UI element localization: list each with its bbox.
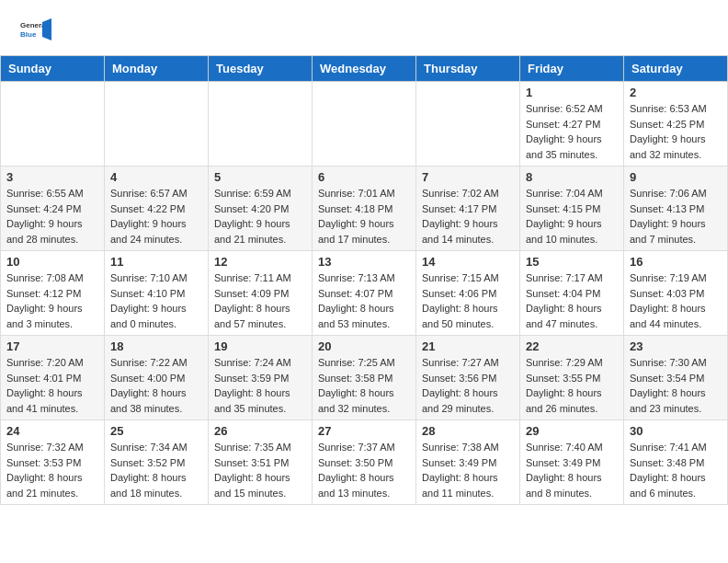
day-cell [209,82,313,167]
day-number: 12 [214,255,306,269]
day-info: Sunrise: 6:59 AM Sunset: 4:20 PM Dayligh… [214,186,306,247]
day-info: Sunrise: 7:29 AM Sunset: 3:55 PM Dayligh… [526,355,618,416]
week-row-5: 24Sunrise: 7:32 AM Sunset: 3:53 PM Dayli… [1,420,728,505]
day-number: 21 [422,339,514,353]
day-info: Sunrise: 7:06 AM Sunset: 4:13 PM Dayligh… [630,186,722,247]
day-number: 11 [110,255,202,269]
day-cell [105,82,209,167]
day-cell: 12Sunrise: 7:11 AM Sunset: 4:09 PM Dayli… [209,251,313,336]
day-info: Sunrise: 6:55 AM Sunset: 4:24 PM Dayligh… [6,186,98,247]
col-header-thursday: Thursday [416,56,520,82]
day-number: 3 [6,170,98,184]
day-number: 14 [422,255,514,269]
day-number: 13 [318,255,410,269]
day-cell: 2Sunrise: 6:53 AM Sunset: 4:25 PM Daylig… [624,82,728,167]
day-number: 19 [214,339,306,353]
day-cell: 8Sunrise: 7:04 AM Sunset: 4:15 PM Daylig… [520,167,624,251]
day-info: Sunrise: 7:08 AM Sunset: 4:12 PM Dayligh… [6,270,98,331]
col-header-saturday: Saturday [624,56,728,82]
day-cell: 21Sunrise: 7:27 AM Sunset: 3:56 PM Dayli… [416,336,520,420]
day-cell [313,82,416,167]
day-info: Sunrise: 7:02 AM Sunset: 4:17 PM Dayligh… [422,186,514,247]
day-cell: 16Sunrise: 7:19 AM Sunset: 4:03 PM Dayli… [624,251,728,336]
day-number: 29 [526,424,618,438]
day-number: 22 [526,339,618,353]
day-cell: 30Sunrise: 7:41 AM Sunset: 3:48 PM Dayli… [624,420,728,505]
day-cell: 24Sunrise: 7:32 AM Sunset: 3:53 PM Dayli… [1,420,105,505]
day-cell: 17Sunrise: 7:20 AM Sunset: 4:01 PM Dayli… [1,336,105,420]
col-header-monday: Monday [105,56,209,82]
day-cell: 11Sunrise: 7:10 AM Sunset: 4:10 PM Dayli… [105,251,209,336]
day-info: Sunrise: 6:57 AM Sunset: 4:22 PM Dayligh… [110,186,202,247]
day-number: 4 [110,170,202,184]
day-number: 7 [422,170,514,184]
day-info: Sunrise: 7:10 AM Sunset: 4:10 PM Dayligh… [110,270,202,331]
logo-svg: General Blue [18,15,51,48]
day-number: 15 [526,255,618,269]
day-number: 2 [630,86,722,99]
day-info: Sunrise: 7:38 AM Sunset: 3:49 PM Dayligh… [422,440,514,500]
day-number: 1 [526,86,618,99]
day-cell [1,82,105,167]
day-info: Sunrise: 7:19 AM Sunset: 4:03 PM Dayligh… [630,270,722,331]
day-number: 23 [630,339,722,353]
day-cell: 3Sunrise: 6:55 AM Sunset: 4:24 PM Daylig… [1,167,105,251]
day-number: 18 [110,339,202,353]
day-cell: 28Sunrise: 7:38 AM Sunset: 3:49 PM Dayli… [416,420,520,505]
day-cell: 14Sunrise: 7:15 AM Sunset: 4:06 PM Dayli… [416,251,520,336]
day-info: Sunrise: 7:25 AM Sunset: 3:58 PM Dayligh… [318,355,410,416]
day-cell: 19Sunrise: 7:24 AM Sunset: 3:59 PM Dayli… [209,336,313,420]
day-info: Sunrise: 6:53 AM Sunset: 4:25 PM Dayligh… [630,101,722,162]
page-header: General Blue [0,0,728,55]
day-cell: 18Sunrise: 7:22 AM Sunset: 4:00 PM Dayli… [105,336,209,420]
calendar-table: SundayMondayTuesdayWednesdayThursdayFrid… [0,55,728,505]
day-info: Sunrise: 7:27 AM Sunset: 3:56 PM Dayligh… [422,355,514,416]
day-number: 6 [318,170,410,184]
day-number: 24 [6,424,98,438]
day-info: Sunrise: 7:11 AM Sunset: 4:09 PM Dayligh… [214,270,306,331]
day-info: Sunrise: 7:35 AM Sunset: 3:51 PM Dayligh… [214,440,306,500]
week-row-1: 1Sunrise: 6:52 AM Sunset: 4:27 PM Daylig… [1,82,728,167]
col-header-friday: Friday [520,56,624,82]
day-number: 5 [214,170,306,184]
svg-text:Blue: Blue [20,30,37,39]
day-cell: 5Sunrise: 6:59 AM Sunset: 4:20 PM Daylig… [209,167,313,251]
day-cell: 26Sunrise: 7:35 AM Sunset: 3:51 PM Dayli… [209,420,313,505]
day-info: Sunrise: 7:24 AM Sunset: 3:59 PM Dayligh… [214,355,306,416]
day-cell: 23Sunrise: 7:30 AM Sunset: 3:54 PM Dayli… [624,336,728,420]
day-number: 26 [214,424,306,438]
day-cell: 1Sunrise: 6:52 AM Sunset: 4:27 PM Daylig… [520,82,624,167]
day-cell: 27Sunrise: 7:37 AM Sunset: 3:50 PM Dayli… [313,420,416,505]
week-row-3: 10Sunrise: 7:08 AM Sunset: 4:12 PM Dayli… [1,251,728,336]
day-cell: 25Sunrise: 7:34 AM Sunset: 3:52 PM Dayli… [105,420,209,505]
week-row-2: 3Sunrise: 6:55 AM Sunset: 4:24 PM Daylig… [1,167,728,251]
day-info: Sunrise: 7:01 AM Sunset: 4:18 PM Dayligh… [318,186,410,247]
day-number: 30 [630,424,722,438]
day-number: 10 [6,255,98,269]
week-row-4: 17Sunrise: 7:20 AM Sunset: 4:01 PM Dayli… [1,336,728,420]
day-info: Sunrise: 7:22 AM Sunset: 4:00 PM Dayligh… [110,355,202,416]
day-info: Sunrise: 7:40 AM Sunset: 3:49 PM Dayligh… [526,440,618,500]
day-info: Sunrise: 7:15 AM Sunset: 4:06 PM Dayligh… [422,270,514,331]
day-cell: 4Sunrise: 6:57 AM Sunset: 4:22 PM Daylig… [105,167,209,251]
day-info: Sunrise: 7:30 AM Sunset: 3:54 PM Dayligh… [630,355,722,416]
day-cell: 15Sunrise: 7:17 AM Sunset: 4:04 PM Dayli… [520,251,624,336]
day-number: 27 [318,424,410,438]
day-cell: 9Sunrise: 7:06 AM Sunset: 4:13 PM Daylig… [624,167,728,251]
day-number: 8 [526,170,618,184]
day-cell: 10Sunrise: 7:08 AM Sunset: 4:12 PM Dayli… [1,251,105,336]
day-number: 17 [6,339,98,353]
day-info: Sunrise: 6:52 AM Sunset: 4:27 PM Dayligh… [526,101,618,162]
day-info: Sunrise: 7:13 AM Sunset: 4:07 PM Dayligh… [318,270,410,331]
day-info: Sunrise: 7:41 AM Sunset: 3:48 PM Dayligh… [630,440,722,500]
day-number: 16 [630,255,722,269]
day-info: Sunrise: 7:32 AM Sunset: 3:53 PM Dayligh… [6,440,98,500]
day-cell [416,82,520,167]
day-number: 20 [318,339,410,353]
svg-marker-3 [42,18,51,40]
day-cell: 6Sunrise: 7:01 AM Sunset: 4:18 PM Daylig… [313,167,416,251]
day-cell: 29Sunrise: 7:40 AM Sunset: 3:49 PM Dayli… [520,420,624,505]
day-info: Sunrise: 7:04 AM Sunset: 4:15 PM Dayligh… [526,186,618,247]
col-header-tuesday: Tuesday [209,56,313,82]
day-cell: 22Sunrise: 7:29 AM Sunset: 3:55 PM Dayli… [520,336,624,420]
